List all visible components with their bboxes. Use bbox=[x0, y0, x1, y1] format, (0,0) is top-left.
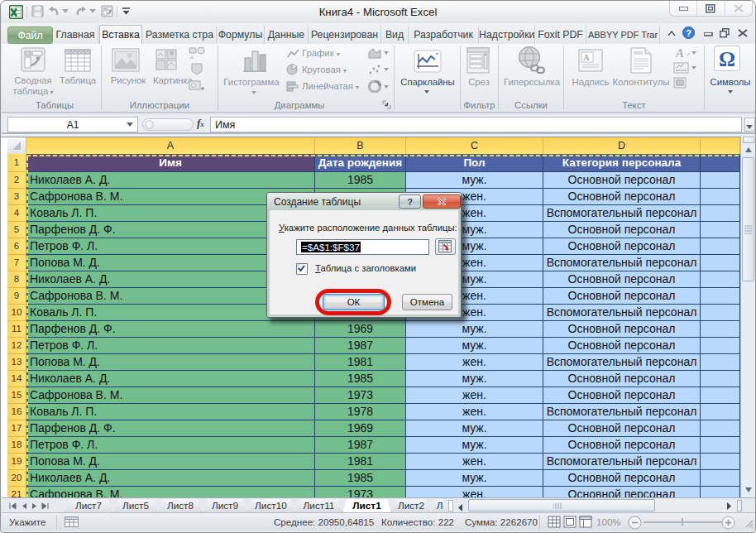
svg-text:?: ? bbox=[686, 28, 691, 38]
svg-text:A: A bbox=[675, 46, 684, 59]
svg-text:Ω: Ω bbox=[719, 48, 735, 70]
svg-text:A: A bbox=[583, 52, 590, 62]
